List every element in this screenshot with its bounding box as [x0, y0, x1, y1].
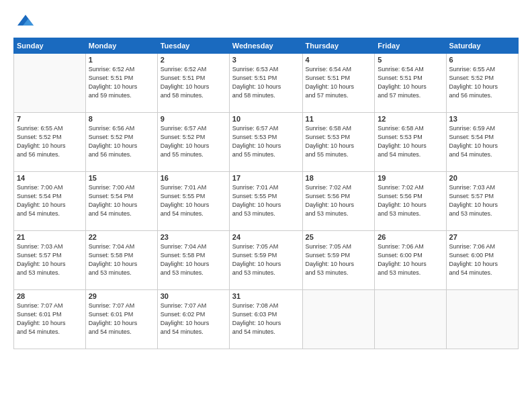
day-info: Sunrise: 7:05 AMSunset: 5:59 PMDaylight:…	[232, 242, 300, 277]
header	[13, 12, 519, 31]
day-number: 31	[232, 292, 300, 300]
calendar-cell: 31Sunrise: 7:08 AMSunset: 6:03 PMDayligh…	[229, 290, 302, 349]
day-number: 2	[161, 56, 226, 64]
day-number: 15	[89, 174, 154, 182]
day-info: Sunrise: 7:07 AMSunset: 6:01 PMDaylight:…	[17, 302, 83, 336]
day-number: 9	[161, 115, 226, 123]
calendar-cell: 4Sunrise: 6:54 AMSunset: 5:51 PMDaylight…	[302, 54, 375, 113]
calendar-cell: 1Sunrise: 6:52 AMSunset: 5:51 PMDaylight…	[85, 54, 157, 113]
weekday-header-sunday: Sunday	[14, 38, 86, 54]
week-row-2: 7Sunrise: 6:55 AMSunset: 5:52 PMDaylight…	[14, 113, 519, 172]
day-number: 3	[232, 56, 300, 64]
calendar-cell: 30Sunrise: 7:07 AMSunset: 6:02 PMDayligh…	[157, 290, 229, 349]
day-info: Sunrise: 7:05 AMSunset: 5:59 PMDaylight:…	[306, 242, 372, 277]
day-number: 14	[17, 174, 83, 182]
day-number: 18	[306, 174, 372, 182]
day-info: Sunrise: 7:00 AMSunset: 5:54 PMDaylight:…	[89, 183, 154, 218]
calendar-cell	[14, 54, 86, 113]
day-number: 7	[17, 115, 83, 123]
calendar-cell: 17Sunrise: 7:01 AMSunset: 5:55 PMDayligh…	[229, 172, 302, 231]
calendar-cell: 6Sunrise: 6:55 AMSunset: 5:52 PMDaylight…	[446, 54, 518, 113]
day-info: Sunrise: 6:58 AMSunset: 5:53 PMDaylight:…	[306, 124, 372, 159]
day-info: Sunrise: 7:02 AMSunset: 5:56 PMDaylight:…	[306, 183, 372, 218]
day-number: 17	[232, 174, 300, 182]
weekday-header-saturday: Saturday	[446, 38, 518, 54]
weekday-header-monday: Monday	[85, 38, 157, 54]
calendar-cell: 15Sunrise: 7:00 AMSunset: 5:54 PMDayligh…	[85, 172, 157, 231]
calendar-cell: 19Sunrise: 7:02 AMSunset: 5:56 PMDayligh…	[375, 172, 446, 231]
calendar-cell: 28Sunrise: 7:07 AMSunset: 6:01 PMDayligh…	[14, 290, 86, 349]
calendar-cell: 27Sunrise: 7:06 AMSunset: 6:00 PMDayligh…	[446, 231, 518, 290]
day-number: 28	[17, 292, 83, 300]
day-number: 26	[378, 233, 443, 241]
day-info: Sunrise: 7:01 AMSunset: 5:55 PMDaylight:…	[232, 183, 300, 218]
day-number: 29	[89, 292, 154, 300]
day-info: Sunrise: 6:54 AMSunset: 5:51 PMDaylight:…	[378, 65, 443, 100]
day-info: Sunrise: 7:06 AMSunset: 6:00 PMDaylight:…	[449, 242, 515, 277]
day-number: 30	[161, 292, 226, 300]
day-info: Sunrise: 7:04 AMSunset: 5:58 PMDaylight:…	[161, 242, 226, 277]
day-number: 19	[378, 174, 443, 182]
calendar-cell: 8Sunrise: 6:56 AMSunset: 5:52 PMDaylight…	[85, 113, 157, 172]
weekday-header-row: SundayMondayTuesdayWednesdayThursdayFrid…	[14, 38, 519, 54]
calendar-cell: 9Sunrise: 6:57 AMSunset: 5:52 PMDaylight…	[157, 113, 229, 172]
calendar-cell: 21Sunrise: 7:03 AMSunset: 5:57 PMDayligh…	[14, 231, 86, 290]
day-info: Sunrise: 6:58 AMSunset: 5:53 PMDaylight:…	[378, 124, 443, 159]
day-info: Sunrise: 7:08 AMSunset: 6:03 PMDaylight:…	[232, 302, 300, 336]
day-number: 13	[449, 115, 515, 123]
calendar-cell: 13Sunrise: 6:59 AMSunset: 5:54 PMDayligh…	[446, 113, 518, 172]
day-info: Sunrise: 6:52 AMSunset: 5:51 PMDaylight:…	[161, 65, 226, 100]
day-number: 12	[378, 115, 443, 123]
day-info: Sunrise: 7:00 AMSunset: 5:54 PMDaylight:…	[17, 183, 83, 218]
logo-icon	[16, 12, 35, 31]
calendar-cell: 22Sunrise: 7:04 AMSunset: 5:58 PMDayligh…	[85, 231, 157, 290]
calendar-cell: 10Sunrise: 6:57 AMSunset: 5:53 PMDayligh…	[229, 113, 302, 172]
day-info: Sunrise: 6:52 AMSunset: 5:51 PMDaylight:…	[89, 65, 154, 100]
day-number: 20	[449, 174, 515, 182]
day-number: 4	[306, 56, 372, 64]
logo	[13, 12, 35, 31]
weekday-header-friday: Friday	[375, 38, 446, 54]
day-number: 5	[378, 56, 443, 64]
day-info: Sunrise: 6:57 AMSunset: 5:52 PMDaylight:…	[161, 124, 226, 159]
calendar-cell: 12Sunrise: 6:58 AMSunset: 5:53 PMDayligh…	[375, 113, 446, 172]
day-number: 24	[232, 233, 300, 241]
day-info: Sunrise: 6:54 AMSunset: 5:51 PMDaylight:…	[306, 65, 372, 100]
day-info: Sunrise: 6:59 AMSunset: 5:54 PMDaylight:…	[449, 124, 515, 159]
day-info: Sunrise: 7:07 AMSunset: 6:02 PMDaylight:…	[161, 302, 226, 336]
calendar-table: SundayMondayTuesdayWednesdayThursdayFrid…	[13, 38, 519, 349]
day-info: Sunrise: 7:04 AMSunset: 5:58 PMDaylight:…	[89, 242, 154, 277]
day-info: Sunrise: 6:56 AMSunset: 5:52 PMDaylight:…	[89, 124, 154, 159]
calendar-cell: 24Sunrise: 7:05 AMSunset: 5:59 PMDayligh…	[229, 231, 302, 290]
day-info: Sunrise: 7:03 AMSunset: 5:57 PMDaylight:…	[449, 183, 515, 218]
weekday-header-tuesday: Tuesday	[157, 38, 229, 54]
day-number: 1	[89, 56, 154, 64]
day-number: 21	[17, 233, 83, 241]
calendar-cell: 20Sunrise: 7:03 AMSunset: 5:57 PMDayligh…	[446, 172, 518, 231]
calendar-cell: 18Sunrise: 7:02 AMSunset: 5:56 PMDayligh…	[302, 172, 375, 231]
day-info: Sunrise: 7:02 AMSunset: 5:56 PMDaylight:…	[378, 183, 443, 218]
day-info: Sunrise: 6:53 AMSunset: 5:51 PMDaylight:…	[232, 65, 300, 100]
day-info: Sunrise: 6:57 AMSunset: 5:53 PMDaylight:…	[232, 124, 300, 159]
weekday-header-thursday: Thursday	[302, 38, 375, 54]
day-number: 6	[449, 56, 515, 64]
week-row-4: 21Sunrise: 7:03 AMSunset: 5:57 PMDayligh…	[14, 231, 519, 290]
day-number: 10	[232, 115, 300, 123]
calendar-cell: 29Sunrise: 7:07 AMSunset: 6:01 PMDayligh…	[85, 290, 157, 349]
week-row-3: 14Sunrise: 7:00 AMSunset: 5:54 PMDayligh…	[14, 172, 519, 231]
calendar-cell: 2Sunrise: 6:52 AMSunset: 5:51 PMDaylight…	[157, 54, 229, 113]
day-number: 8	[89, 115, 154, 123]
calendar-cell: 23Sunrise: 7:04 AMSunset: 5:58 PMDayligh…	[157, 231, 229, 290]
week-row-5: 28Sunrise: 7:07 AMSunset: 6:01 PMDayligh…	[14, 290, 519, 349]
calendar-cell: 16Sunrise: 7:01 AMSunset: 5:55 PMDayligh…	[157, 172, 229, 231]
calendar-cell	[375, 290, 446, 349]
day-info: Sunrise: 7:01 AMSunset: 5:55 PMDaylight:…	[161, 183, 226, 218]
day-number: 11	[306, 115, 372, 123]
week-row-1: 1Sunrise: 6:52 AMSunset: 5:51 PMDaylight…	[14, 54, 519, 113]
calendar-cell: 7Sunrise: 6:55 AMSunset: 5:52 PMDaylight…	[14, 113, 86, 172]
calendar-cell	[446, 290, 518, 349]
calendar-cell: 3Sunrise: 6:53 AMSunset: 5:51 PMDaylight…	[229, 54, 302, 113]
day-number: 27	[449, 233, 515, 241]
calendar-cell: 5Sunrise: 6:54 AMSunset: 5:51 PMDaylight…	[375, 54, 446, 113]
day-number: 22	[89, 233, 154, 241]
